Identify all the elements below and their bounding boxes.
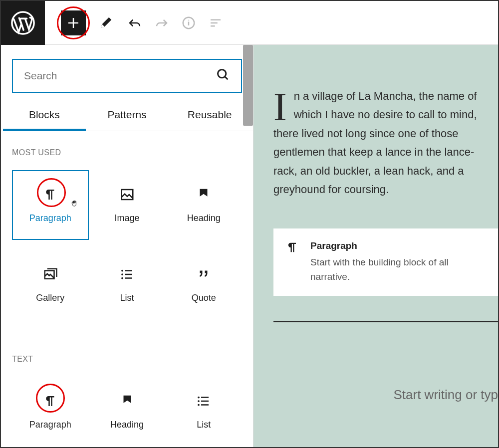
edit-tool-button[interactable] [94, 11, 118, 35]
tab-blocks[interactable]: Blocks [3, 109, 86, 131]
search-icon [216, 68, 230, 84]
info-title: Paragraph [310, 240, 486, 251]
paragraph-icon [285, 240, 299, 256]
block-list-text[interactable]: List [165, 377, 242, 447]
image-icon [120, 187, 135, 202]
block-label: List [197, 420, 211, 430]
block-image[interactable]: Image [89, 170, 166, 240]
block-label: Paragraph [29, 213, 71, 224]
top-toolbar [1, 1, 498, 45]
svg-point-10 [198, 404, 200, 406]
search-input[interactable] [24, 70, 216, 82]
block-label: Image [115, 213, 140, 224]
inserter-tabs: Blocks Patterns Reusable [1, 93, 253, 131]
wordpress-logo[interactable] [1, 1, 45, 45]
svg-point-2 [218, 70, 226, 78]
info-button[interactable] [177, 11, 201, 35]
list-icon [120, 267, 135, 282]
grab-cursor-icon [70, 199, 80, 212]
block-label: Gallery [36, 293, 64, 303]
block-heading-text[interactable]: Heading [89, 377, 166, 447]
info-description: Start with the building block of all nar… [310, 255, 486, 284]
block-heading[interactable]: Heading [165, 170, 242, 240]
outline-button[interactable] [204, 11, 228, 35]
svg-point-7 [121, 277, 123, 279]
block-quote[interactable]: Quote [165, 250, 242, 320]
scrollbar[interactable] [243, 45, 253, 126]
block-inserter-panel: Blocks Patterns Reusable MOST USED Parag… [1, 45, 253, 447]
tab-reusable[interactable]: Reusable [168, 109, 251, 131]
svg-point-8 [198, 396, 200, 398]
undo-button[interactable] [123, 11, 147, 35]
block-info-card: Paragraph Start with the building block … [273, 228, 498, 296]
add-block-button[interactable] [61, 10, 86, 35]
section-most-used: MOST USED [1, 131, 253, 165]
heading-icon [196, 187, 211, 202]
svg-point-9 [198, 400, 200, 402]
paragraph-icon [43, 394, 58, 409]
block-label: Heading [110, 420, 144, 430]
block-paragraph-text[interactable]: Paragraph [12, 377, 89, 447]
section-text: TEXT [1, 325, 253, 372]
drop-cap: I [273, 90, 287, 124]
svg-point-5 [121, 269, 123, 271]
gallery-icon [43, 267, 58, 282]
tab-patterns[interactable]: Patterns [86, 109, 169, 131]
block-label: Heading [187, 213, 221, 224]
block-paragraph[interactable]: Paragraph [12, 170, 89, 240]
paragraph-body: n a village of La Mancha, the name of wh… [273, 90, 477, 196]
paragraph-icon [43, 187, 58, 202]
block-label: Paragraph [29, 420, 71, 430]
empty-paragraph-placeholder[interactable]: Start writing or typ [253, 322, 498, 403]
editor-canvas: In a village of La Mancha, the name of w… [253, 45, 498, 447]
paragraph-content[interactable]: In a village of La Mancha, the name of w… [273, 64, 498, 209]
block-label: List [120, 293, 134, 303]
list-icon [196, 394, 211, 409]
redo-button[interactable] [150, 11, 174, 35]
search-box[interactable] [12, 59, 242, 93]
block-label: Quote [192, 293, 216, 303]
svg-point-6 [121, 273, 123, 275]
quote-icon [196, 267, 211, 282]
block-gallery[interactable]: Gallery [12, 250, 89, 320]
block-list[interactable]: List [89, 250, 166, 320]
heading-icon [120, 394, 135, 409]
